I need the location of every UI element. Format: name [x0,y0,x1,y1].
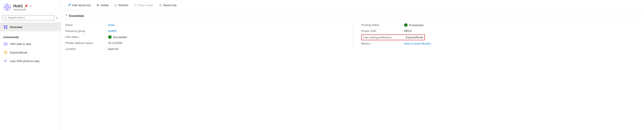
hub-title-row: Hub1 📌 ··· [13,4,58,8]
field-name-value: Hub1 [108,23,115,26]
delete-icon [96,4,99,7]
svg-rect-22 [4,42,5,44]
reset-router-icon [134,4,137,7]
hub-status-success-icon: ✓ [108,35,112,39]
sidebar-item-vpn[interactable]: VPN (Site to site) [0,40,61,48]
reset-router-button[interactable]: Reset router [131,2,156,8]
field-hub-routing-value: ExpressRoute [406,36,424,39]
essentials-left: Name : Hub1 Resource group : testRG [65,22,352,52]
metrics-link[interactable]: View in Azure Monitor [404,42,431,45]
reset-router-label: Reset router [138,4,154,7]
svg-point-5 [10,7,10,8]
delete-button[interactable]: Delete [94,2,112,8]
edit-virtual-hub-label: Edit virtual hub [72,4,91,7]
essentials-right: Routing status : ✓ Provisioned Router AS… [352,22,640,52]
more-options-icon[interactable]: ··· [29,4,32,8]
field-metrics-label: Metrics [361,42,400,45]
field-name-label: Name [65,23,104,26]
sidebar-header: Hub1 📌 ··· Virtual HUB [0,0,61,13]
vpn-icon [4,42,8,46]
edit-virtual-hub-button[interactable]: Edit virtual hub [65,2,94,8]
pin-icon[interactable]: 📌 [24,4,28,8]
field-status-value: ✓ Succeeded [108,35,127,39]
search-box[interactable] [2,15,54,20]
sidebar-item-vpn-label: VPN (Site to site) [10,42,31,46]
content-area: ⌃ Essentials Name : Hub1 Resource group [61,11,644,130]
field-name: Name : Hub1 [65,22,352,28]
main-content: Edit virtual hub Delete Refresh Reset ro… [61,0,644,130]
sidebar-item-expressroute-label: ExpressRoute [10,51,28,54]
field-status-label: Hub status [65,35,104,38]
nav-items: Overview Connectivity VPN (Site to site) [0,23,61,130]
routing-status-icon: ✓ [404,23,408,27]
toolbar: Edit virtual hub Delete Refresh Reset ro… [61,0,644,11]
field-location: Location : East US [65,46,352,52]
field-hub-routing-label: Hub routing preference [363,36,402,39]
svg-point-31 [6,60,7,61]
sidebar-item-expressroute[interactable]: ExpressRoute [0,48,61,57]
svg-point-30 [4,60,6,61]
field-metrics: Metrics : View in Azure Monitor [361,41,640,47]
field-router-asn: Router ASN : 65515 [361,28,640,34]
collapse-button[interactable]: « [55,15,59,20]
field-rg-value: testRG [108,29,117,32]
sidebar: Hub1 📌 ··· Virtual HUB « [0,0,61,130]
reset-hub-button[interactable]: Reset Hub [156,2,179,8]
svg-rect-23 [6,42,7,44]
search-row: « [0,13,61,23]
field-hub-routing-pref: Hub routing preference : ExpressRoute [361,34,640,41]
refresh-label: Refresh [119,4,128,7]
essentials-chevron-icon[interactable]: ⌃ [65,14,68,18]
edit-icon [68,4,71,7]
field-hub-status: Hub status : ✓ Succeeded [65,34,352,40]
reset-hub-label: Reset Hub [164,4,176,7]
expressroute-icon [4,50,8,54]
refresh-icon [114,4,117,7]
hub-name: Hub1 [13,4,23,8]
search-icon [4,16,7,19]
field-private-address: Private address space : 10.1.0.0/16 [65,40,352,46]
sidebar-item-overview-label: Overview [10,26,22,29]
essentials-grid: Name : Hub1 Resource group : testRG [65,22,640,52]
field-metrics-value: View in Azure Monitor [404,42,431,45]
svg-rect-20 [4,27,5,29]
field-routing-status-label: Routing status [361,23,400,26]
address-text: 10.1.0.0/16 [108,41,122,44]
asn-text: 65515 [404,29,412,32]
svg-point-2 [7,4,8,5]
hub-title-block: Hub1 📌 ··· Virtual HUB [13,4,58,11]
field-location-label: Location [65,47,104,50]
svg-rect-18 [4,25,5,27]
essentials-section: ⌃ Essentials Name : Hub1 Resource group [65,14,640,52]
search-input[interactable] [8,16,52,19]
svg-rect-21 [6,27,7,29]
location-text: East US [108,47,118,50]
field-asn-value: 65515 [404,29,412,32]
sidebar-item-uservpn[interactable]: User VPN (Point to site) [0,57,61,65]
svg-point-4 [4,7,5,8]
svg-point-3 [7,10,8,10]
delete-label: Delete [101,4,109,7]
overview-icon [4,25,8,29]
field-rg-label: Resource group [65,29,104,32]
reset-hub-icon [159,4,162,7]
svg-rect-24 [4,44,5,45]
field-resource-group: Resource group : testRG [65,28,352,34]
hub-subtitle: Virtual HUB [13,8,58,11]
field-location-value: East US [108,47,118,50]
field-address-label: Private address space [65,41,104,44]
sidebar-item-overview[interactable]: Overview [0,23,61,31]
svg-rect-19 [6,25,7,27]
rg-link[interactable]: testRG [108,29,117,32]
field-asn-label: Router ASN [361,29,400,32]
uservpn-icon [4,59,8,63]
hub-routing-preference-highlight: Hub routing preference : ExpressRoute [361,34,425,40]
essentials-header: ⌃ Essentials [65,14,640,20]
sidebar-item-uservpn-label: User VPN (Point to site) [10,60,40,63]
refresh-button[interactable]: Refresh [112,2,131,8]
field-address-value: 10.1.0.0/16 [108,41,122,44]
essentials-title: Essentials [69,14,84,18]
hub-icon [4,4,11,11]
svg-rect-25 [6,44,7,45]
hub-name-link[interactable]: Hub1 [108,23,115,26]
